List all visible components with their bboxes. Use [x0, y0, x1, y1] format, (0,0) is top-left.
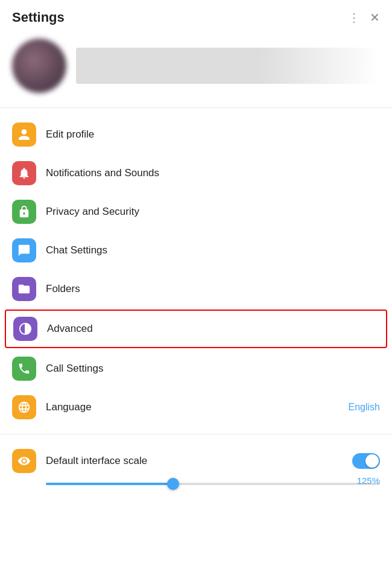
- avatar: [12, 39, 66, 93]
- privacy-icon: [12, 200, 36, 224]
- divider-1: [0, 107, 392, 108]
- scale-slider-thumb[interactable]: [167, 478, 179, 490]
- menu-item-chat[interactable]: Chat Settings: [0, 231, 392, 270]
- close-icon[interactable]: ✕: [370, 10, 380, 25]
- advanced-label: Advanced: [47, 323, 379, 335]
- page-title: Settings: [12, 10, 65, 25]
- scale-slider-container: 125%: [12, 480, 380, 488]
- privacy-label: Privacy and Security: [46, 206, 380, 218]
- folders-icon: [12, 277, 36, 301]
- menu-item-call[interactable]: Call Settings: [0, 349, 392, 388]
- header-actions: ⋮ ✕: [348, 10, 380, 25]
- chat-icon: [12, 238, 36, 262]
- more-icon[interactable]: ⋮: [348, 10, 360, 25]
- settings-panel: Settings ⋮ ✕ Edit profile Notifications …: [0, 0, 392, 575]
- divider-2: [0, 434, 392, 434]
- menu-item-edit-profile[interactable]: Edit profile: [0, 115, 392, 154]
- language-value: English: [349, 402, 380, 413]
- scale-icon: [12, 449, 36, 473]
- profile-info: [76, 48, 380, 84]
- scale-value: 125%: [357, 475, 380, 486]
- scale-slider-fill: [46, 483, 173, 485]
- folders-label: Folders: [46, 283, 380, 295]
- menu-item-privacy[interactable]: Privacy and Security: [0, 192, 392, 231]
- menu-section: Edit profile Notifications and Sounds Pr…: [0, 110, 392, 431]
- scale-header: Default interface scale: [12, 449, 380, 473]
- language-label: Language: [46, 401, 349, 413]
- notifications-icon: [12, 161, 36, 185]
- interface-scale-toggle[interactable]: [352, 453, 380, 469]
- profile-section[interactable]: [0, 33, 392, 105]
- scale-slider-track: [46, 483, 380, 485]
- language-icon: [12, 395, 36, 419]
- chat-label: Chat Settings: [46, 244, 380, 256]
- menu-item-folders[interactable]: Folders: [0, 270, 392, 308]
- toggle-knob: [365, 454, 379, 468]
- menu-item-notifications[interactable]: Notifications and Sounds: [0, 154, 392, 192]
- bottom-section: Default interface scale 125%: [0, 437, 392, 500]
- scale-label: Default interface scale: [46, 455, 352, 467]
- menu-item-advanced[interactable]: Advanced: [5, 310, 387, 348]
- call-label: Call Settings: [46, 363, 380, 375]
- header: Settings ⋮ ✕: [0, 0, 392, 33]
- scale-item: Default interface scale 125%: [0, 442, 392, 495]
- edit-profile-icon: [12, 122, 36, 147]
- advanced-icon: [13, 317, 37, 341]
- call-icon: [12, 357, 36, 381]
- edit-profile-label: Edit profile: [46, 129, 380, 141]
- menu-item-language[interactable]: Language English: [0, 388, 392, 427]
- notifications-label: Notifications and Sounds: [46, 167, 380, 179]
